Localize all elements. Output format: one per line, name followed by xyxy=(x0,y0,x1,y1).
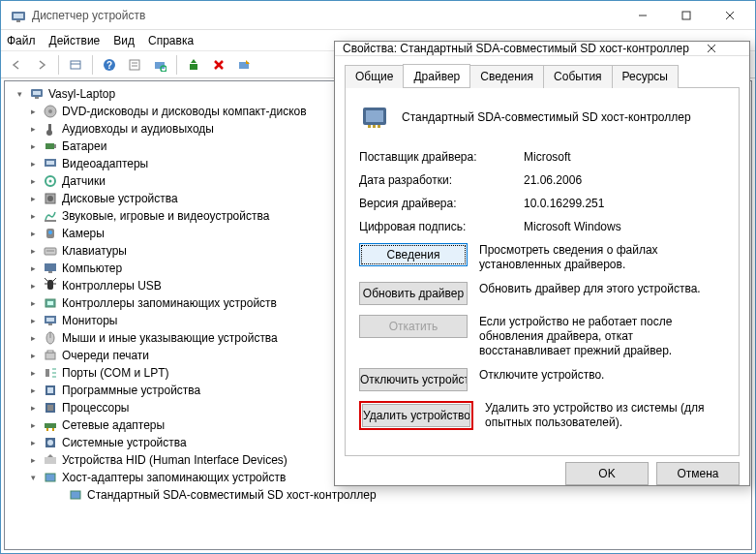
version-value: 10.0.16299.251 xyxy=(524,197,725,210)
svg-rect-64 xyxy=(71,491,80,499)
dialog-titlebar: Свойства: Стандартный SDA-совместимый SD… xyxy=(335,42,749,56)
menu-view[interactable]: Вид xyxy=(113,34,135,47)
chevron-right-icon[interactable]: ▸ xyxy=(28,333,39,344)
category-icon xyxy=(43,365,58,381)
uninstall-icon[interactable] xyxy=(207,53,230,77)
tab-details[interactable]: Сведения xyxy=(469,65,544,88)
svg-rect-28 xyxy=(54,144,56,148)
chevron-right-icon[interactable]: ▸ xyxy=(28,403,39,414)
chevron-right-icon[interactable]: ▸ xyxy=(28,141,39,152)
chevron-right-icon[interactable]: ▸ xyxy=(28,246,39,257)
chevron-right-icon[interactable]: ▸ xyxy=(28,298,39,309)
uninstall-device-button[interactable]: Удалить устройство xyxy=(362,404,470,427)
chevron-right-icon[interactable]: ▸ xyxy=(28,211,39,222)
chevron-right-icon[interactable]: ▸ xyxy=(28,124,39,135)
chevron-right-icon[interactable]: ▸ xyxy=(28,176,39,187)
tree-item-label: Устройства HID (Human Interface Devices) xyxy=(62,453,287,467)
chevron-down-icon[interactable]: ▾ xyxy=(15,89,25,100)
category-icon xyxy=(43,452,58,468)
tree-item-label: Клавиатуры xyxy=(62,244,127,258)
dialog-tabs: Общие Драйвер Сведения События Ресурсы xyxy=(345,64,740,88)
chevron-right-icon[interactable]: ▸ xyxy=(28,351,39,361)
chevron-right-icon[interactable]: ▸ xyxy=(28,316,39,326)
maximize-button[interactable] xyxy=(664,2,708,29)
version-label: Версия драйвера: xyxy=(359,197,524,210)
properties-icon[interactable] xyxy=(123,53,146,77)
chevron-right-icon[interactable]: ▸ xyxy=(28,455,39,466)
update-driver-icon[interactable] xyxy=(182,53,205,77)
chevron-right-icon[interactable]: ▸ xyxy=(28,107,39,117)
svg-rect-41 xyxy=(48,271,52,273)
chevron-right-icon[interactable]: ▸ xyxy=(28,438,39,448)
device-icon xyxy=(68,487,83,503)
svg-rect-2 xyxy=(16,20,20,22)
signer-label: Цифровая подпись: xyxy=(359,220,524,233)
category-icon xyxy=(43,417,58,433)
svg-rect-59 xyxy=(52,428,54,431)
tab-content-driver: Стандартный SDA-совместимый SD хост-конт… xyxy=(345,88,740,456)
svg-rect-52 xyxy=(45,369,49,377)
properties-dialog: Свойства: Стандартный SDA-совместимый SD… xyxy=(334,41,750,486)
tree-item-label: Видеоадаптеры xyxy=(62,157,148,170)
svg-rect-62 xyxy=(45,457,56,464)
minimize-button[interactable] xyxy=(620,2,664,29)
tree-item-label: Мониторы xyxy=(62,314,117,327)
menu-action[interactable]: Действие xyxy=(49,34,101,47)
chevron-right-icon[interactable]: ▸ xyxy=(28,385,39,396)
svg-rect-63 xyxy=(45,474,55,481)
category-icon xyxy=(43,313,58,328)
provider-value: Microsoft xyxy=(524,150,725,164)
dialog-close-button[interactable] xyxy=(707,44,741,53)
svg-rect-57 xyxy=(45,423,56,428)
category-icon xyxy=(43,156,58,171)
disable-icon[interactable] xyxy=(232,53,256,77)
help-icon[interactable]: ? xyxy=(98,53,121,77)
chevron-right-icon[interactable]: ▸ xyxy=(28,194,39,204)
disable-device-button[interactable]: Отключить устройство xyxy=(359,368,468,391)
svg-rect-11 xyxy=(130,60,139,70)
chevron-right-icon[interactable]: ▸ xyxy=(28,420,39,431)
tab-resources[interactable]: Ресурсы xyxy=(612,65,679,88)
category-icon xyxy=(43,348,58,363)
svg-rect-25 xyxy=(48,124,51,131)
category-icon xyxy=(43,435,58,450)
svg-rect-22 xyxy=(35,97,39,99)
tab-events[interactable]: События xyxy=(543,65,613,88)
menu-file[interactable]: Файл xyxy=(7,34,36,47)
ok-button[interactable]: OK xyxy=(565,462,649,485)
update-driver-button[interactable]: Обновить драйвер xyxy=(359,282,468,305)
toolbar-view-icon[interactable] xyxy=(64,53,87,77)
window-title: Диспетчер устройств xyxy=(32,9,620,22)
chevron-right-icon[interactable]: ▸ xyxy=(28,159,39,169)
close-button[interactable] xyxy=(708,2,751,29)
titlebar: Диспетчер устройств xyxy=(1,1,755,30)
chevron-right-icon[interactable]: ▸ xyxy=(28,229,39,239)
tree-item-label: Дисковые устройства xyxy=(62,192,178,205)
tab-driver[interactable]: Драйвер xyxy=(403,64,470,87)
svg-rect-68 xyxy=(366,110,383,122)
tree-item-label: Программные устройства xyxy=(62,384,200,397)
tree-item-label: Контроллеры запоминающих устройств xyxy=(62,296,277,310)
back-button[interactable] xyxy=(5,53,28,77)
tree-item-label: Датчики xyxy=(62,174,106,188)
tree-item-label: Компьютер xyxy=(62,262,122,275)
chevron-right-icon[interactable]: ▸ xyxy=(28,368,39,379)
cancel-button[interactable]: Отмена xyxy=(656,462,740,485)
category-icon xyxy=(43,400,58,416)
tree-item-label: Хост-адаптеры запоминающих устройств xyxy=(62,471,286,484)
svg-point-61 xyxy=(47,440,53,446)
driver-details-desc: Просмотреть сведения о файлах установлен… xyxy=(479,243,725,272)
svg-rect-70 xyxy=(373,125,376,128)
chevron-right-icon[interactable]: ▸ xyxy=(28,281,39,292)
tree-item-label: Стандартный SDA-совместимый SD хост-конт… xyxy=(87,488,377,502)
tab-general[interactable]: Общие xyxy=(345,65,404,88)
forward-button[interactable] xyxy=(30,53,53,77)
scan-icon[interactable] xyxy=(148,53,171,77)
driver-details-button[interactable]: Сведения xyxy=(359,243,468,266)
computer-icon xyxy=(29,86,45,102)
chevron-down-icon[interactable]: ▾ xyxy=(28,473,39,483)
svg-rect-47 xyxy=(48,323,52,325)
tree-device-item[interactable]: Стандартный SDA-совместимый SD хост-конт… xyxy=(7,486,749,504)
menu-help[interactable]: Справка xyxy=(148,34,194,47)
chevron-right-icon[interactable]: ▸ xyxy=(28,263,39,274)
